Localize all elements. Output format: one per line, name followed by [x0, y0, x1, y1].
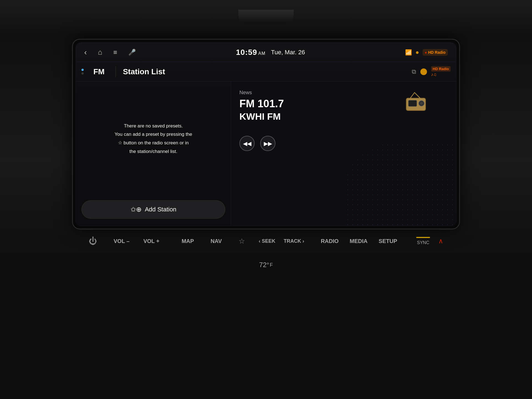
back-button[interactable]: ‹: [84, 48, 87, 57]
bottom-area: 72° F: [0, 253, 532, 399]
physical-controls-row: ⏻ VOL – VOL + MAP NAV ☆ ‹ SEEK TRACK › R…: [72, 229, 460, 253]
seek-back-button[interactable]: ‹ SEEK: [259, 238, 275, 244]
hd-radio-label: HD Radio: [428, 50, 446, 55]
dot-pattern-decoration: [345, 142, 456, 226]
car-frame: ‹ ⌂ ≡ 🎤 10:59AM Tue, Mar. 26 📶 ● ● HD: [0, 0, 532, 399]
time-value: 10:59: [236, 48, 257, 57]
music-notes-icon: ♪♫: [431, 72, 451, 77]
radio-artwork-icon: [403, 90, 428, 116]
sync-indicator-bar: [416, 237, 430, 238]
nav-button[interactable]: NAV: [211, 238, 222, 244]
svg-line-4: [410, 93, 415, 98]
signal-bars-icon: 📶: [405, 49, 412, 56]
temperature-display-area: 72° F: [259, 261, 273, 269]
right-side-controls: SYNC: [416, 237, 430, 245]
map-button[interactable]: MAP: [181, 238, 194, 244]
add-station-star-icon: ✩⊕: [131, 206, 142, 213]
hd-radio-right: HD Radio ♪♫: [431, 66, 451, 77]
svg-point-3: [420, 102, 423, 105]
header-bar: FM Station List ⧉ HD Radio ♪♫: [76, 62, 456, 81]
header-separator: [116, 66, 116, 77]
up-arrow-button[interactable]: ∧: [438, 237, 443, 245]
hd-radio-badge: ● HD Radio: [423, 49, 448, 56]
svg-rect-1: [408, 100, 417, 106]
dot-inactive: [81, 72, 84, 75]
main-content: There are no saved presets. You can add …: [76, 81, 456, 226]
top-nav-bar: ‹ ⌂ ≡ 🎤 10:59AM Tue, Mar. 26 📶 ● ● HD: [76, 43, 456, 62]
svg-line-5: [415, 93, 420, 98]
mic-button[interactable]: 🎤: [128, 49, 136, 56]
add-station-button[interactable]: ✩⊕ Add Station: [81, 200, 225, 219]
radio-hw-button[interactable]: RADIO: [321, 238, 339, 244]
hd-radio-dot: ●: [425, 50, 427, 55]
setup-hw-button[interactable]: SETUP: [379, 238, 397, 244]
hd-radio-text: HD Radio: [431, 66, 451, 71]
volume-minus-button[interactable]: VOL –: [114, 238, 129, 244]
time-date-container: 10:59AM Tue, Mar. 26: [147, 48, 394, 57]
screen: ‹ ⌂ ≡ 🎤 10:59AM Tue, Mar. 26 📶 ● ● HD: [76, 42, 456, 226]
media-hw-button[interactable]: MEDIA: [350, 238, 367, 244]
camera-bump: [238, 10, 294, 24]
dot-active: [81, 69, 84, 71]
time-display: 10:59AM: [236, 48, 265, 57]
dashboard-top: [0, 0, 532, 33]
header-right-icons: ⧉ HD Radio ♪♫: [412, 66, 451, 77]
add-station-label: Add Station: [145, 206, 177, 213]
time-suffix: AM: [258, 51, 265, 56]
temperature-value: 72°: [259, 261, 269, 269]
track-forward-button[interactable]: TRACK ›: [284, 238, 304, 244]
fast-forward-icon: ▶▶: [264, 140, 272, 147]
rewind-icon: ◀◀: [243, 140, 251, 147]
favorite-button[interactable]: ☆: [239, 237, 245, 245]
station-list-label: Station List: [123, 67, 165, 76]
home-button[interactable]: ⌂: [98, 48, 102, 57]
now-playing-panel: News FM 101.7 KWHI FM: [231, 81, 456, 226]
no-presets-message: There are no saved presets. You can add …: [76, 81, 231, 196]
sync-label: SYNC: [417, 240, 429, 245]
equalizer-icon: ⧉: [412, 68, 416, 75]
screen-bezel: ‹ ⌂ ≡ 🎤 10:59AM Tue, Mar. 26 📶 ● ● HD: [72, 39, 460, 229]
date-display: Tue, Mar. 26: [271, 49, 305, 56]
power-button[interactable]: ⏻: [89, 236, 97, 246]
arrow-controls: ∧: [438, 237, 443, 245]
volume-plus-button[interactable]: VOL +: [143, 238, 159, 244]
temperature-unit: F: [270, 262, 273, 268]
fast-forward-button[interactable]: ▶▶: [260, 136, 275, 151]
presets-panel: There are no saved presets. You can add …: [76, 81, 231, 226]
hd-circle-icon: [420, 68, 427, 75]
star-icon-inline: ☆: [118, 139, 122, 147]
fm-label[interactable]: FM: [89, 67, 109, 76]
menu-button[interactable]: ≡: [113, 48, 117, 56]
dots-indicator: [81, 69, 84, 75]
status-icons: 📶 ● ● HD Radio: [405, 49, 448, 56]
coin-icon: ●: [415, 49, 419, 56]
rewind-button[interactable]: ◀◀: [239, 136, 255, 151]
